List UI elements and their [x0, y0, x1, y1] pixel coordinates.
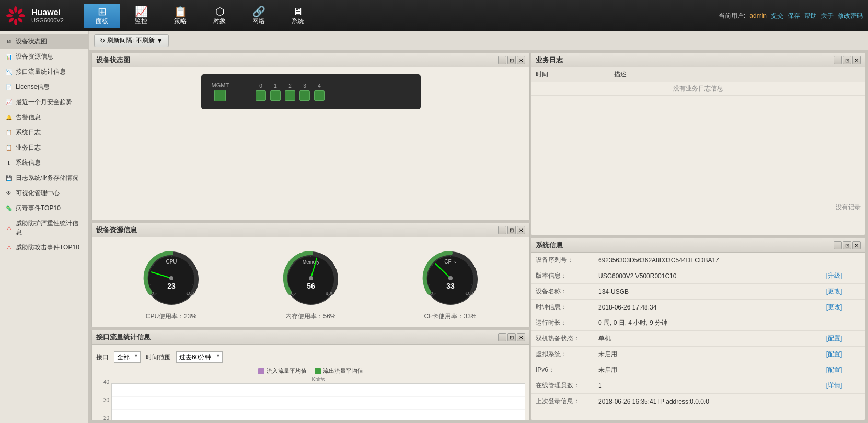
col-desc: 描述 — [610, 67, 865, 82]
sidebar-label-system-info: 系统信息 — [16, 158, 41, 167]
system-info-minimize[interactable]: — — [834, 241, 842, 249]
change-password-link[interactable]: 修改密码 — [838, 12, 863, 20]
sidebar-item-security-trend[interactable]: 📈 最近一个月安全趋势 — [0, 95, 88, 110]
sidebar-label-business-log: 业务日志 — [16, 143, 41, 152]
sidebar-item-threat-top10[interactable]: ⚠ 威胁防攻击事件TOP10 — [0, 240, 88, 255]
device-status-restore[interactable]: ⊡ — [507, 56, 516, 64]
sidebar-item-business-log[interactable]: 📋 业务日志 — [0, 140, 88, 155]
mgmt-port — [214, 90, 226, 101]
sidebar-label-threat-top10: 威胁防攻击事件TOP10 — [16, 243, 79, 252]
system-info-panel: 系统信息 — ⊡ ✕ 设备序列号：692356303D56362A8D33C54… — [531, 238, 865, 420]
sidebar-item-system-info[interactable]: ℹ 系统信息 — [0, 155, 88, 170]
main-container: 🖥 设备状态图 📊 设备资源信息 📉 接口流量统计信息 📄 License信息 … — [0, 31, 868, 423]
alarm-icon: 🔔 — [5, 114, 13, 121]
sysinfo-value: 未启用 — [594, 362, 822, 378]
about-link[interactable]: 关于 — [821, 12, 834, 20]
resource-close[interactable]: ✕ — [517, 226, 525, 234]
sysinfo-key: 版本信息： — [531, 268, 594, 284]
legend-in-item: 流入流量平均值 — [258, 367, 307, 375]
system-info-close[interactable]: ✕ — [852, 241, 861, 249]
sidebar-item-license[interactable]: 📄 License信息 — [0, 79, 88, 95]
sysinfo-link[interactable]: [更改] — [822, 300, 865, 315]
memory-gauge-svg: 0 100 56 Memory — [280, 247, 342, 310]
save-link[interactable]: 保存 — [788, 12, 800, 20]
sysinfo-link[interactable]: [配置] — [822, 347, 865, 362]
refresh-button[interactable]: ↻ 刷新间隔: 不刷新 ▼ — [94, 34, 169, 47]
port-2 — [285, 90, 295, 101]
help-link[interactable]: 帮助 — [804, 12, 817, 20]
system-info-restore[interactable]: ⊡ — [843, 241, 851, 249]
port-label-2: 2 — [285, 83, 295, 89]
interface-minimize[interactable]: — — [498, 333, 506, 341]
nav-monitor[interactable]: 📈 监控 — [123, 4, 159, 28]
resource-minimize[interactable]: — — [498, 226, 506, 234]
sysinfo-link[interactable]: [配置] — [822, 331, 865, 347]
device-status-content: MGMT 0 1 2 3 4 — [92, 67, 529, 220]
sysinfo-key: 双机热备状态： — [531, 331, 594, 347]
sidebar-item-virus-top10[interactable]: 🦠 病毒事件TOP10 — [0, 201, 88, 216]
svg-text:Memory: Memory — [302, 259, 319, 265]
sidebar-item-visual-mgmt[interactable]: 👁 可视化管理中心 — [0, 186, 88, 201]
resource-restore[interactable]: ⊡ — [507, 226, 516, 234]
sidebar-item-device-resource[interactable]: 📊 设备资源信息 — [0, 49, 88, 64]
interface-close[interactable]: ✕ — [517, 333, 525, 341]
nav-dashboard[interactable]: ⊞ 面板 — [84, 4, 120, 28]
system-info-header: 系统信息 — ⊡ ✕ — [531, 238, 865, 253]
sidebar-item-alarm[interactable]: 🔔 告警信息 — [0, 110, 88, 125]
sysinfo-link-anchor[interactable]: [更改] — [826, 303, 842, 311]
sysinfo-row: 上次登录信息：2018-06-26 16:35:41 IP address:0.… — [531, 394, 865, 409]
svg-point-0 — [14, 6, 17, 13]
svg-text:CPU: CPU — [166, 259, 177, 265]
device-status-header: 设备状态图 — ⊡ ✕ — [92, 53, 529, 67]
svg-point-5 — [8, 17, 15, 24]
business-log-minimize[interactable]: — — [834, 56, 842, 64]
sysinfo-link-anchor[interactable]: [配置] — [826, 335, 842, 342]
nav-policy[interactable]: 📋 策略 — [162, 4, 199, 28]
resource-header: 设备资源信息 — ⊡ ✕ — [92, 223, 529, 237]
sysinfo-link[interactable]: [详情] — [822, 378, 865, 394]
cfcard-usage-label: CF卡使用率：33% — [424, 312, 476, 321]
cfcard-gauge: 0 100 33 CF卡 CF卡使用率：33% — [419, 247, 482, 321]
port-4 — [314, 90, 325, 101]
interface-select[interactable]: 全部 — [114, 351, 141, 363]
device-status-title: 设备状态图 — [96, 55, 130, 65]
sidebar-item-log-storage[interactable]: 💾 日志系统业务存储情况 — [0, 170, 88, 186]
sysinfo-key: 时钟信息： — [531, 300, 594, 315]
sysinfo-value: 2018-06-26 16:35:41 IP address:0.0.0.0 — [594, 394, 822, 409]
device-resource-icon: 📊 — [5, 53, 13, 61]
device-status-close[interactable]: ✕ — [517, 56, 525, 64]
sysinfo-link[interactable]: [更改] — [822, 284, 865, 300]
interface-restore[interactable]: ⊡ — [507, 333, 516, 341]
sysinfo-row: 版本信息：USG6000V2 V500R001C10[升级] — [531, 268, 865, 284]
sidebar-item-device-status[interactable]: 🖥 设备状态图 — [0, 34, 88, 49]
time-range-select[interactable]: 过去60分钟 — [176, 351, 223, 363]
nav-items: ⊞ 面板 📈 监控 📋 策略 ⬡ 对象 🔗 网络 🖥 系统 — [84, 4, 719, 28]
nav-object[interactable]: ⬡ 对象 — [201, 4, 238, 28]
sysinfo-link-anchor[interactable]: [配置] — [826, 366, 842, 373]
nav-network[interactable]: 🔗 网络 — [240, 4, 277, 28]
sysinfo-no-link — [822, 315, 865, 331]
sysinfo-value: 2018-06-26 17:48:34 — [594, 300, 822, 315]
sysinfo-link-anchor[interactable]: [配置] — [826, 350, 842, 358]
sidebar-item-interface-traffic[interactable]: 📉 接口流量统计信息 — [0, 64, 88, 79]
sysinfo-link[interactable]: [配置] — [822, 362, 865, 378]
port-label-3: 3 — [299, 83, 310, 89]
visual-mgmt-icon: 👁 — [5, 190, 13, 197]
sysinfo-link-anchor[interactable]: [升级] — [826, 272, 842, 279]
sidebar-label-security-trend: 最近一个月安全趋势 — [16, 98, 72, 107]
sysinfo-link[interactable]: [升级] — [822, 268, 865, 284]
submit-link[interactable]: 提交 — [771, 12, 783, 20]
nav-system[interactable]: 🖥 系统 — [280, 4, 316, 28]
device-status-minimize[interactable]: — — [498, 56, 506, 64]
business-log-close[interactable]: ✕ — [852, 56, 861, 64]
sysinfo-value: 单机 — [594, 331, 822, 347]
sidebar-item-system-log[interactable]: 📋 系统日志 — [0, 125, 88, 140]
business-log-restore[interactable]: ⊡ — [843, 56, 851, 64]
no-records-label: 没有记录 — [531, 200, 865, 214]
sidebar-item-threat-stats[interactable]: ⚠ 威胁防护严重性统计信息 — [0, 216, 88, 240]
network-icon: 🔗 — [252, 6, 265, 17]
svg-text:0: 0 — [151, 291, 154, 296]
sysinfo-link-anchor[interactable]: [更改] — [826, 288, 842, 295]
business-log-title: 业务日志 — [536, 55, 563, 65]
sysinfo-link-anchor[interactable]: [详情] — [826, 382, 842, 389]
